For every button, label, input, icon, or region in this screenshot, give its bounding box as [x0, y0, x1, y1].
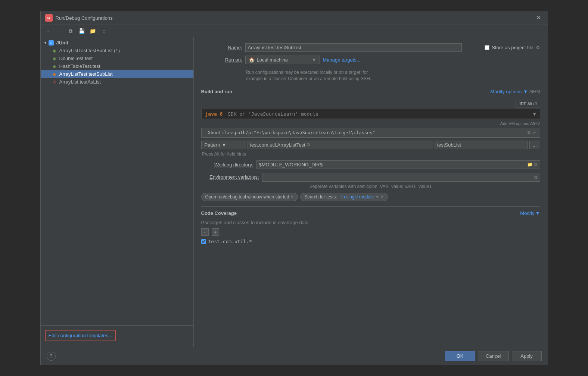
sidebar-item-label-4: ArrayList.testAsList [59, 79, 101, 85]
working-dir-row: Working directory: $MODULE_WORKING_DIR$ … [201, 160, 540, 169]
code-coverage-title: Code Coverage [201, 210, 237, 216]
sort-icon: ↕ [103, 28, 105, 34]
close-button[interactable]: ✕ [534, 14, 543, 22]
sidebar-item-label-2: HashTableTest.test [59, 63, 100, 69]
working-dir-label: Working directory: [201, 162, 253, 167]
run-debug-dialog: IJ Run/Debug Configurations ✕ + − ⧉ 💾 📁 … [40, 11, 548, 365]
coverage-modify-label: Modify [520, 210, 534, 216]
sidebar-item-label-1: DoubleTest.test [59, 56, 93, 61]
hint-line2: example in a Docker Container or on a re… [246, 76, 371, 81]
manage-targets-link[interactable]: Manage targets... [323, 57, 361, 63]
apply-button[interactable]: Apply [512, 351, 542, 361]
env-label: Environment variables: [201, 174, 259, 180]
copy-config-button[interactable]: ⧉ [66, 26, 75, 35]
store-project-checkbox[interactable] [485, 45, 489, 50]
modify-options-link[interactable]: Modify options ▼ Alt+M [490, 89, 540, 94]
expand-icon[interactable]: ▼ [533, 111, 536, 117]
store-project-label: Store as project file [492, 45, 533, 50]
coverage-remove-button[interactable]: − [201, 228, 209, 236]
sidebar-item-4[interactable]: ✕ ArrayList.testAsList [41, 78, 193, 86]
test-icon-1: ◆ [52, 56, 57, 61]
ok-button[interactable]: OK [445, 351, 475, 361]
browse-folder-icon[interactable]: 📁 [527, 162, 533, 167]
sidebar-bottom: Edit configuration templates... [41, 325, 193, 345]
more-button[interactable]: ... [529, 141, 540, 149]
modify-options-area: Modify options ▼ Alt+M [490, 89, 540, 94]
modify-shortcut: Alt+M [529, 89, 540, 94]
coverage-buttons: − + [201, 228, 540, 236]
bottom-bar: ? OK Cancel Apply [41, 347, 548, 365]
env-input[interactable]: ⧉ [262, 173, 540, 182]
junit-group[interactable]: ▼ J JUnit [41, 39, 193, 47]
edit-config-templates-link[interactable]: Edit configuration templates... [45, 330, 116, 341]
coverage-desc: Packages and classes to include in cover… [201, 220, 540, 225]
java-version: java 8 [205, 111, 223, 117]
gear-icon[interactable]: ⚙ [536, 45, 540, 50]
sidebar-item-2[interactable]: ◆ HashTableTest.test [41, 62, 193, 70]
tags-row: Open run/debug tool window when started … [201, 193, 540, 201]
test-class-value: test.com.util.ArrayListTest [250, 142, 305, 148]
test-icon-2: ◆ [52, 64, 57, 69]
expand-cmd-icon[interactable]: ⤢ [532, 130, 536, 135]
test-class-copy-icon[interactable]: ⧉ [307, 142, 310, 147]
save-config-button[interactable]: 💾 [77, 26, 86, 35]
vm-options-hint: Add VM options Alt+V [201, 121, 540, 126]
cmd-value: -Xbootclasspath/p:"E:\workspace\JavaSour… [205, 130, 375, 135]
java-row: java 8 SDK of 'JavaSourceLearn' module ▼ [201, 109, 540, 119]
group-chevron-icon: ▼ [44, 41, 47, 45]
run-on-dropdown[interactable]: 🏠 Local machine ▼ [245, 56, 320, 64]
env-copy-icon[interactable]: ⧉ [534, 175, 538, 180]
sidebar-item-0[interactable]: ◆ ArrayListTest.testSubList (1) [41, 47, 193, 54]
cancel-button[interactable]: Cancel [478, 351, 508, 361]
open-config-button[interactable]: 📁 [88, 26, 97, 35]
tag2-chevron-icon[interactable]: ▼ [375, 195, 379, 199]
sep-hint: Separate variables with semicolon: VAR=v… [201, 184, 540, 189]
run-on-row: Run on: 🏠 Local machine ▼ Manage targets… [201, 56, 540, 64]
name-input[interactable]: ArrayListTest.testSubList [245, 43, 462, 52]
test-method-field[interactable]: testSubList [435, 141, 528, 149]
build-run-section-header: Build and run Modify options ▼ Alt+M [201, 89, 540, 96]
run-on-hint: Run configurations may be executed local… [201, 68, 540, 84]
remove-config-button[interactable]: − [55, 26, 64, 35]
add-config-button[interactable]: + [44, 26, 53, 35]
help-button[interactable]: ? [47, 352, 56, 361]
name-row: Name: ArrayListTest.testSubList Store as… [201, 43, 540, 52]
build-run-title: Build and run [201, 89, 233, 94]
pattern-dropdown[interactable]: Pattern ▼ [201, 141, 246, 149]
jre-shortcut-hint: JRE Alt+J [516, 100, 540, 107]
sidebar-item-1[interactable]: ◆ DoubleTest.test [41, 54, 193, 62]
tag1-label: Open run/debug tool window when started [205, 194, 289, 200]
tag2-prefix: Search for tests: [304, 194, 337, 200]
coverage-add-button[interactable]: + [212, 228, 219, 236]
coverage-modify-link[interactable]: Modify ▼ [520, 210, 540, 216]
sidebar-item-label-3: ArrayListTest.testSubList [59, 71, 113, 77]
copy-icon: ⧉ [69, 28, 72, 34]
dropdown-arrow-icon: ▼ [312, 57, 317, 63]
test-class-field[interactable]: test.com.util.ArrayListTest ⧉ [248, 141, 433, 149]
sidebar-item-3[interactable]: ◆ ArrayListTest.testSubList [41, 70, 193, 78]
svg-text:J: J [50, 42, 52, 44]
copy-cmd-icon[interactable]: ⧉ [528, 130, 531, 135]
modify-chevron-icon: ▼ [523, 89, 528, 94]
folder-icon: 📁 [90, 28, 96, 34]
tag2-close-icon[interactable]: ✕ [380, 194, 384, 199]
tag2-value: In single module [341, 194, 374, 200]
add-vm-hint-text: Add VM options Alt+V [500, 121, 540, 126]
press-alt-hint: Press Alt for field hints [201, 151, 540, 157]
section-divider [201, 206, 540, 207]
junit-group-label: JUnit [56, 40, 68, 46]
dialog-title: Run/Debug Configurations [56, 15, 113, 21]
content-area: ▼ J JUnit ◆ ArrayListTest.testSubList (1… [41, 37, 548, 347]
test-icon-4: ✕ [52, 79, 57, 85]
coverage-item: test.com.util.* [201, 238, 540, 245]
working-dir-value: $MODULE_WORKING_DIR$ [259, 162, 323, 167]
save-icon: 💾 [78, 28, 85, 34]
test-icon-0: ◆ [52, 48, 57, 53]
working-dir-input[interactable]: $MODULE_WORKING_DIR$ 📁 ⧉ [256, 160, 540, 169]
pattern-label: Pattern [205, 142, 220, 148]
working-dir-copy-icon[interactable]: ⧉ [534, 162, 538, 167]
sort-config-button[interactable]: ↕ [100, 26, 109, 35]
coverage-checkbox[interactable] [201, 239, 206, 244]
tag1-close-icon[interactable]: ✕ [290, 194, 294, 199]
local-machine-icon: 🏠 [249, 57, 255, 63]
